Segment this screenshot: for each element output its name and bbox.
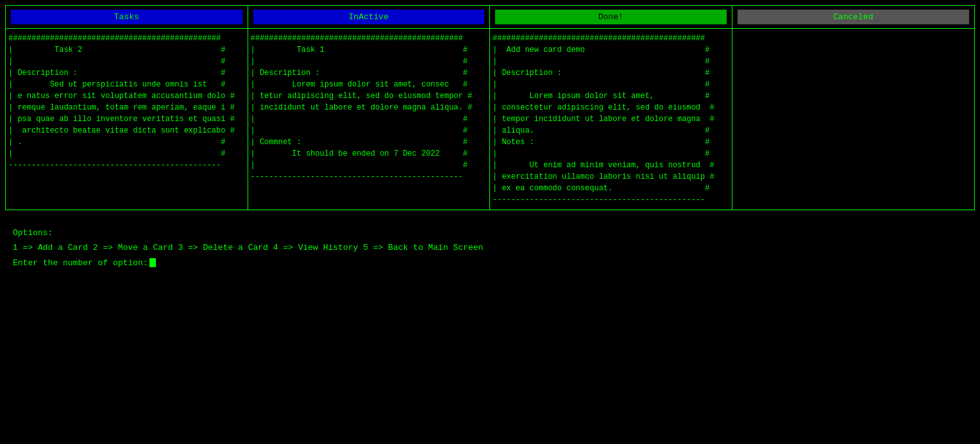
done-header: Done!	[490, 6, 732, 29]
inactive-content: ########################################…	[248, 29, 490, 210]
tasks-header: Tasks	[6, 6, 248, 29]
tasks-card: ########################################…	[8, 33, 245, 171]
column-done: Done! ##################################…	[490, 6, 732, 210]
inactive-button[interactable]: InActive	[253, 10, 485, 24]
board: Tasks ##################################…	[5, 5, 975, 210]
prompt-line: Enter the number of option:	[13, 256, 967, 270]
canceled-button[interactable]: Canceled	[738, 10, 970, 24]
done-button[interactable]: Done!	[495, 10, 727, 24]
done-card: ########################################…	[493, 33, 729, 206]
options-label: Options:	[13, 226, 967, 240]
options-section: Options: 1 => Add a Card 2 => Move a Car…	[5, 223, 975, 273]
canceled-content	[732, 29, 975, 210]
inactive-header: InActive	[248, 6, 490, 29]
cursor	[149, 258, 156, 267]
canceled-header: Canceled	[732, 6, 975, 29]
tasks-button[interactable]: Tasks	[11, 10, 242, 24]
column-canceled: Canceled	[732, 6, 975, 210]
inactive-card: ########################################…	[251, 33, 487, 183]
column-inactive: InActive ###############################…	[248, 6, 491, 210]
tasks-content: ########################################…	[6, 29, 248, 210]
prompt-text: Enter the number of option:	[13, 256, 148, 270]
options-items: 1 => Add a Card 2 => Move a Card 3 => De…	[13, 240, 967, 255]
column-tasks: Tasks ##################################…	[6, 6, 248, 210]
done-content: ########################################…	[490, 29, 732, 210]
main-container: Tasks ##################################…	[0, 0, 980, 278]
